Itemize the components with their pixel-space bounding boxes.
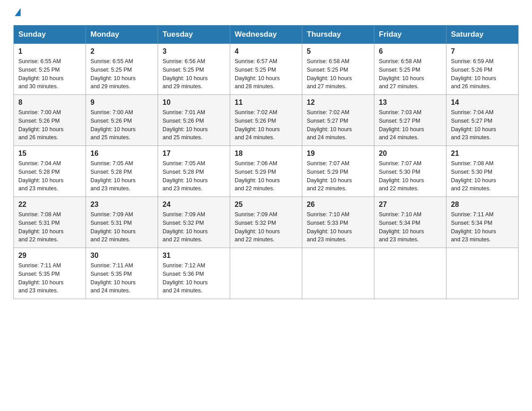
day-info: Sunrise: 7:11 AMSunset: 5:35 PMDaylight:… bbox=[90, 262, 136, 294]
day-number: 16 bbox=[90, 150, 153, 158]
day-number: 18 bbox=[235, 150, 297, 158]
day-number: 28 bbox=[451, 201, 514, 209]
day-info: Sunrise: 7:05 AMSunset: 5:28 PMDaylight:… bbox=[163, 160, 208, 192]
calendar-cell: 29 Sunrise: 7:11 AMSunset: 5:35 PMDaylig… bbox=[14, 248, 86, 299]
calendar-cell: 15 Sunrise: 7:04 AMSunset: 5:28 PMDaylig… bbox=[14, 146, 86, 197]
calendar-cell: 10 Sunrise: 7:01 AMSunset: 5:26 PMDaylig… bbox=[158, 95, 230, 146]
calendar-cell bbox=[302, 248, 374, 299]
header-day-monday: Monday bbox=[86, 26, 158, 44]
day-info: Sunrise: 7:08 AMSunset: 5:31 PMDaylight:… bbox=[18, 211, 64, 243]
calendar-cell: 31 Sunrise: 7:12 AMSunset: 5:36 PMDaylig… bbox=[158, 248, 230, 299]
day-info: Sunrise: 7:10 AMSunset: 5:34 PMDaylight:… bbox=[379, 211, 424, 243]
day-number: 1 bbox=[18, 47, 81, 56]
day-info: Sunrise: 7:09 AMSunset: 5:31 PMDaylight:… bbox=[90, 211, 136, 243]
calendar-cell: 13 Sunrise: 7:03 AMSunset: 5:27 PMDaylig… bbox=[374, 95, 446, 146]
calendar-cell bbox=[230, 248, 302, 299]
day-number: 25 bbox=[235, 201, 297, 209]
header-day-saturday: Saturday bbox=[446, 26, 519, 44]
day-info: Sunrise: 7:09 AMSunset: 5:32 PMDaylight:… bbox=[163, 211, 208, 243]
day-info: Sunrise: 6:57 AMSunset: 5:25 PMDaylight:… bbox=[235, 58, 280, 90]
calendar-cell: 20 Sunrise: 7:07 AMSunset: 5:30 PMDaylig… bbox=[374, 146, 446, 197]
day-info: Sunrise: 7:09 AMSunset: 5:32 PMDaylight:… bbox=[235, 211, 280, 243]
day-number: 24 bbox=[163, 201, 225, 209]
day-number: 14 bbox=[451, 98, 514, 107]
calendar-cell: 28 Sunrise: 7:11 AMSunset: 5:34 PMDaylig… bbox=[446, 197, 519, 248]
calendar-cell: 19 Sunrise: 7:07 AMSunset: 5:29 PMDaylig… bbox=[302, 146, 374, 197]
calendar-cell: 2 Sunrise: 6:55 AMSunset: 5:25 PMDayligh… bbox=[86, 44, 158, 95]
header-row: SundayMondayTuesdayWednesdayThursdayFrid… bbox=[14, 26, 519, 44]
day-number: 31 bbox=[163, 252, 225, 260]
header-day-sunday: Sunday bbox=[14, 26, 86, 44]
calendar-cell: 4 Sunrise: 6:57 AMSunset: 5:25 PMDayligh… bbox=[230, 44, 302, 95]
calendar-cell: 6 Sunrise: 6:58 AMSunset: 5:25 PMDayligh… bbox=[374, 44, 446, 95]
day-number: 8 bbox=[18, 98, 81, 107]
calendar-cell: 17 Sunrise: 7:05 AMSunset: 5:28 PMDaylig… bbox=[158, 146, 230, 197]
day-number: 23 bbox=[90, 201, 153, 209]
calendar-cell: 18 Sunrise: 7:06 AMSunset: 5:29 PMDaylig… bbox=[230, 146, 302, 197]
day-info: Sunrise: 7:00 AMSunset: 5:26 PMDaylight:… bbox=[90, 109, 136, 141]
calendar-week-4: 22 Sunrise: 7:08 AMSunset: 5:31 PMDaylig… bbox=[14, 197, 519, 248]
calendar-cell: 26 Sunrise: 7:10 AMSunset: 5:33 PMDaylig… bbox=[302, 197, 374, 248]
logo-arrow-icon bbox=[15, 8, 21, 16]
day-number: 9 bbox=[90, 98, 153, 107]
calendar-cell: 1 Sunrise: 6:55 AMSunset: 5:25 PMDayligh… bbox=[14, 44, 86, 95]
day-number: 10 bbox=[163, 98, 225, 107]
calendar-cell bbox=[446, 248, 519, 299]
day-number: 20 bbox=[379, 150, 442, 158]
calendar-cell: 21 Sunrise: 7:08 AMSunset: 5:30 PMDaylig… bbox=[446, 146, 519, 197]
day-info: Sunrise: 7:10 AMSunset: 5:33 PMDaylight:… bbox=[307, 211, 352, 243]
day-number: 19 bbox=[307, 150, 369, 158]
day-info: Sunrise: 7:11 AMSunset: 5:34 PMDaylight:… bbox=[451, 211, 496, 243]
day-number: 4 bbox=[235, 47, 297, 56]
day-number: 2 bbox=[90, 47, 153, 56]
day-number: 27 bbox=[379, 201, 442, 209]
day-info: Sunrise: 7:07 AMSunset: 5:29 PMDaylight:… bbox=[307, 160, 352, 192]
day-number: 12 bbox=[307, 98, 369, 107]
calendar-cell: 3 Sunrise: 6:56 AMSunset: 5:25 PMDayligh… bbox=[158, 44, 230, 95]
day-info: Sunrise: 7:02 AMSunset: 5:27 PMDaylight:… bbox=[307, 109, 352, 141]
day-number: 17 bbox=[163, 150, 225, 158]
calendar-cell: 16 Sunrise: 7:05 AMSunset: 5:28 PMDaylig… bbox=[86, 146, 158, 197]
calendar-week-1: 1 Sunrise: 6:55 AMSunset: 5:25 PMDayligh… bbox=[14, 44, 519, 95]
calendar-cell: 5 Sunrise: 6:58 AMSunset: 5:25 PMDayligh… bbox=[302, 44, 374, 95]
day-info: Sunrise: 6:58 AMSunset: 5:25 PMDaylight:… bbox=[379, 58, 424, 90]
page-header bbox=[13, 9, 519, 17]
calendar-week-3: 15 Sunrise: 7:04 AMSunset: 5:28 PMDaylig… bbox=[14, 146, 519, 197]
calendar-cell bbox=[374, 248, 446, 299]
calendar-week-2: 8 Sunrise: 7:00 AMSunset: 5:26 PMDayligh… bbox=[14, 95, 519, 146]
day-info: Sunrise: 7:08 AMSunset: 5:30 PMDaylight:… bbox=[451, 160, 496, 192]
day-number: 3 bbox=[163, 47, 225, 56]
calendar-cell: 23 Sunrise: 7:09 AMSunset: 5:31 PMDaylig… bbox=[86, 197, 158, 248]
day-number: 30 bbox=[90, 252, 153, 260]
day-number: 15 bbox=[18, 150, 81, 158]
day-info: Sunrise: 6:59 AMSunset: 5:26 PMDaylight:… bbox=[451, 58, 496, 90]
calendar-cell: 8 Sunrise: 7:00 AMSunset: 5:26 PMDayligh… bbox=[14, 95, 86, 146]
day-info: Sunrise: 7:04 AMSunset: 5:28 PMDaylight:… bbox=[18, 160, 64, 192]
day-info: Sunrise: 6:58 AMSunset: 5:25 PMDaylight:… bbox=[307, 58, 352, 90]
day-number: 26 bbox=[307, 201, 369, 209]
day-info: Sunrise: 7:11 AMSunset: 5:35 PMDaylight:… bbox=[18, 262, 64, 294]
day-number: 21 bbox=[451, 150, 514, 158]
day-info: Sunrise: 6:55 AMSunset: 5:25 PMDaylight:… bbox=[18, 58, 64, 90]
calendar-cell: 24 Sunrise: 7:09 AMSunset: 5:32 PMDaylig… bbox=[158, 197, 230, 248]
calendar-table: SundayMondayTuesdayWednesdayThursdayFrid… bbox=[13, 25, 519, 299]
logo-general bbox=[13, 9, 21, 17]
day-info: Sunrise: 7:12 AMSunset: 5:36 PMDaylight:… bbox=[163, 262, 208, 294]
day-number: 22 bbox=[18, 201, 81, 209]
calendar-cell: 30 Sunrise: 7:11 AMSunset: 5:35 PMDaylig… bbox=[86, 248, 158, 299]
calendar-cell: 11 Sunrise: 7:02 AMSunset: 5:26 PMDaylig… bbox=[230, 95, 302, 146]
day-number: 11 bbox=[235, 98, 297, 107]
day-number: 6 bbox=[379, 47, 442, 56]
day-info: Sunrise: 6:55 AMSunset: 5:25 PMDaylight:… bbox=[90, 58, 136, 90]
calendar-cell: 12 Sunrise: 7:02 AMSunset: 5:27 PMDaylig… bbox=[302, 95, 374, 146]
calendar-cell: 7 Sunrise: 6:59 AMSunset: 5:26 PMDayligh… bbox=[446, 44, 519, 95]
day-info: Sunrise: 7:02 AMSunset: 5:26 PMDaylight:… bbox=[235, 109, 280, 141]
day-number: 29 bbox=[18, 252, 81, 260]
header-day-friday: Friday bbox=[374, 26, 446, 44]
header-day-tuesday: Tuesday bbox=[158, 26, 230, 44]
header-day-thursday: Thursday bbox=[302, 26, 374, 44]
calendar-week-5: 29 Sunrise: 7:11 AMSunset: 5:35 PMDaylig… bbox=[14, 248, 519, 299]
day-info: Sunrise: 7:07 AMSunset: 5:30 PMDaylight:… bbox=[379, 160, 424, 192]
day-number: 7 bbox=[451, 47, 514, 56]
calendar-cell: 22 Sunrise: 7:08 AMSunset: 5:31 PMDaylig… bbox=[14, 197, 86, 248]
